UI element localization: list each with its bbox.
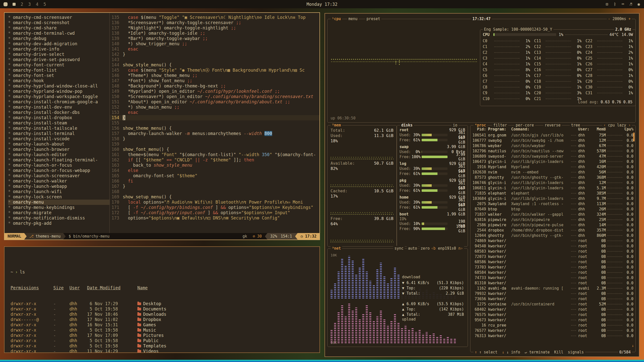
net-sync-button[interactable]: sync — [393, 246, 405, 251]
code-line-159[interactable]: 159 — [110, 142, 319, 147]
process-row[interactable]: 71837walker/usr/bin/walker --gappldhh324… — [472, 212, 633, 217]
workspace-3[interactable]: 3 — [28, 2, 31, 7]
file-item[interactable]: *omarchy-launch-or-focus-webapp — [8, 168, 109, 173]
workspace-1-active-indicator[interactable] — [13, 3, 16, 6]
process-row[interactable]: 74869kworker/root0B0.0 — [472, 238, 633, 243]
process-row[interactable]: 87649btopbtopdhh26M0.0 — [472, 206, 633, 212]
code-line-153[interactable]: 153 esac — [110, 110, 319, 115]
bluetooth-icon[interactable]: ᛒ — [614, 2, 616, 7]
code-line-162[interactable]: 162 if [[ "$theme" == "CNCLD" || -z "$th… — [110, 157, 319, 163]
process-row[interactable]: 71835elephantelephantdhh385M0.0 — [472, 191, 633, 196]
process-row[interactable]: 106746glycin-i/usr/lib/glycin-loadersdhh… — [472, 180, 633, 185]
process-row[interactable]: 106809swayosd-/usr/bin/swayosd-serverdhh… — [472, 154, 633, 159]
editor-window[interactable]: *omarchy-cmd-screensaver*omarchy-cmd-scr… — [4, 12, 320, 240]
file-item[interactable]: *omarchy-dev-add-migration — [8, 41, 109, 47]
screenshare-icon[interactable]: ⊡ — [606, 2, 608, 7]
code-line-138[interactable]: 138 *Idle*) omarchy-toggle-idle ;; — [110, 31, 319, 36]
code-line-163[interactable]: 163 back_to show_style_menu — [110, 163, 319, 168]
process-row[interactable]: 68584kworker/root0B0.0 — [472, 270, 633, 275]
per-core-button[interactable]: per-core — [514, 123, 535, 128]
process-row[interactable]: 106777swaybg/usr/bin/swaybg -i /homdhh12… — [472, 138, 633, 143]
process-row[interactable]: 74733kworker/root0B0.0 — [472, 275, 633, 280]
code-line-161[interactable]: 161 theme=$(menu "Font" "$(omarchy-font-… — [110, 152, 319, 157]
file-item[interactable]: *omarchy-cmd-screensaver — [8, 15, 109, 20]
process-row[interactable]: 1916HyprlandHyprlanddhh420M0.0 — [472, 164, 633, 169]
file-item[interactable]: *omarchy-drive-select — [8, 52, 109, 57]
proc-panel-tab[interactable]: ⁴proc — [473, 123, 487, 128]
cpu-panel-tab[interactable]: ¹cpu — [331, 16, 342, 21]
process-list[interactable]: 106541org.gnom/usr/bin/gjs /usr/lib/odhh… — [472, 132, 633, 338]
process-row[interactable]: 76575kworker/root0B0.0 — [472, 312, 633, 317]
file-item[interactable]: *omarchy-install-docker-dbs — [8, 110, 109, 115]
mem-panel-tab[interactable]: ²mem — [331, 123, 342, 128]
code-line-137[interactable]: 137 *Nightlight*) omarchy-toggle-nightli… — [110, 25, 319, 31]
code-line-150[interactable]: 150 *Screensaver*) open_in_editor ~/.con… — [110, 94, 319, 99]
code-line-151[interactable]: 151 *About*) open_in_editor ~/.config/om… — [110, 99, 319, 105]
file-item[interactable]: *omarchy-install-chromium-google-a — [8, 99, 109, 105]
workspace-5[interactable]: 5 — [44, 2, 46, 7]
file-item[interactable]: *omarchy-launch-walker — [8, 178, 109, 184]
file-item[interactable]: *omarchy-install-terminal — [8, 131, 109, 136]
file-item[interactable]: *omarchy-menu-keybindings — [8, 205, 109, 210]
file-item[interactable]: *omarchy-hyprland-window-close-all — [8, 83, 109, 89]
code-line-169[interactable]: 169show_setup_menu() { — [110, 194, 319, 200]
tree-button[interactable]: tree — [570, 123, 581, 128]
process-row[interactable]: 103684glycin-i/usr/lib/glycin-loadersdhh… — [472, 196, 633, 201]
code-line-155[interactable]: 155 — [110, 120, 319, 126]
file-item[interactable]: *omarchy-launch-webapp — [8, 184, 109, 189]
file-item[interactable]: *omarchy-lock-screen — [8, 194, 109, 200]
code-line-147[interactable]: 147 *Font*) show_font_menu ;; — [110, 78, 319, 83]
code-line-164[interactable]: 164 else — [110, 168, 319, 173]
file-item[interactable]: *omarchy-cmd-screenshot — [8, 20, 109, 25]
code-line-148[interactable]: 148 *Background*) omarchy-theme-bg-next … — [110, 83, 319, 89]
process-row[interactable]: 68586kworker/root0B0.0 — [472, 259, 633, 264]
file-item[interactable]: *omarchy-hyprland-workspace-toggle — [8, 94, 109, 99]
disks-tab[interactable]: disks — [400, 123, 414, 128]
net-zero-button[interactable]: zero — [419, 246, 431, 251]
file-item[interactable]: *omarchy-cmd-share — [8, 25, 109, 31]
file-item[interactable]: *omarchy-launch-about — [8, 142, 109, 147]
update-interval[interactable]: - 2000ms + — [607, 16, 632, 21]
volume-icon[interactable]: ♬ — [630, 2, 632, 7]
file-item[interactable]: *omarchy-drive-set-password — [8, 57, 109, 62]
file-item[interactable]: *omarchy-launch-wifi — [8, 189, 109, 194]
terminal-window[interactable]: ~ › ls PermissionsSizeUserDate ModifiedN… — [4, 246, 320, 353]
code-line-141[interactable]: 141 esac — [110, 47, 319, 52]
process-row[interactable]: 106473glycin-i/usr/lib/glycin-loadersdhh… — [472, 159, 633, 164]
filter-button[interactable]: filter — [492, 123, 508, 128]
file-item[interactable]: *omarchy-notification-dismiss — [8, 215, 109, 221]
file-item[interactable]: *omarchy-drive-info — [8, 47, 109, 52]
process-row[interactable]: 94540kworker/root0B0.0 — [472, 243, 633, 249]
idle-icon[interactable]: ◉ — [637, 2, 640, 7]
file-item[interactable]: *omarchy-hyprland-window-pop — [8, 89, 109, 94]
proc-scrollbar[interactable] — [633, 132, 635, 142]
code-line-168[interactable]: 168 — [110, 189, 319, 194]
sort-selector[interactable]: ‹ cpu lazy › — [602, 123, 632, 128]
code-line-156[interactable]: 156show_theme_menu() { — [110, 126, 319, 131]
code-line-165[interactable]: 165 omarchy-font-set "$theme" — [110, 173, 319, 178]
file-item[interactable]: *omarchy-migrate — [8, 210, 109, 215]
file-item[interactable]: *omarchy-font-set — [8, 73, 109, 78]
menu-button[interactable]: menu — [347, 16, 359, 21]
code-line-160[interactable]: 160show_font_menu() { — [110, 147, 319, 152]
reverse-button[interactable]: reverse — [543, 123, 562, 128]
code-line-140[interactable]: 140 *) show_trigger_menu ;; — [110, 41, 319, 47]
workspace-2[interactable]: 2 — [21, 2, 23, 7]
file-item[interactable]: *omarchy-launch-floating-terminal- — [8, 157, 109, 163]
code-line-135[interactable]: 135 case $(menu "Toggle" "▣ Screensaver\… — [110, 15, 319, 20]
process-row[interactable]: 87573ghostty/usr/bin/ghostty --gtk-dhh36… — [472, 175, 633, 180]
file-item[interactable]: *omarchy-cmd-terminal-cwd — [8, 31, 109, 36]
code-line-167[interactable]: 167} — [110, 184, 319, 189]
net-interface-selector[interactable]: ‹b enp191s0 n› — [430, 246, 464, 251]
process-row[interactable]: 102638nvimnvim --embeddhh56M0.0 — [472, 169, 633, 175]
file-item[interactable]: *omarchy-launch-screensaver — [8, 173, 109, 178]
code-line-142[interactable]: 142} — [110, 52, 319, 57]
omarchy-logo-icon[interactable] — [4, 2, 8, 6]
preset-button[interactable]: preset — [365, 16, 381, 21]
process-row[interactable]: 68402kworker/root0B0.0 — [472, 307, 633, 312]
process-row[interactable]: 95673kworker/root0B0.0 — [472, 317, 633, 323]
code-line-154[interactable]: 154} — [110, 115, 319, 120]
process-row[interactable]: 2544dropbox/home/dhh/.dropbox-distdhh357… — [472, 228, 633, 233]
code-line-144[interactable]: 144show_style_menu() { — [110, 62, 319, 68]
keyboard-icon[interactable]: ⌨ — [622, 2, 624, 7]
